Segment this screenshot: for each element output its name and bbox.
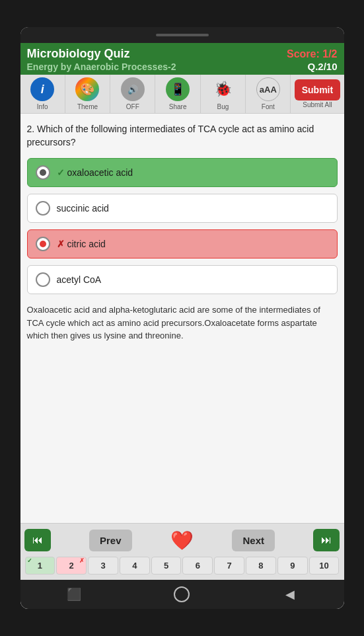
next-button[interactable]: Next <box>232 530 275 551</box>
q-num-3[interactable]: 3 <box>88 557 118 575</box>
app-title: Microbiology Quiz <box>27 47 130 61</box>
q-num-10[interactable]: 10 <box>309 557 340 575</box>
q-num-6[interactable]: 6 <box>182 557 213 575</box>
option-1-text: oxaloacetic acid <box>67 167 133 178</box>
phone-frame: Microbiology Quiz Score: 1/2 Energy by A… <box>20 27 344 609</box>
info-label: Info <box>37 103 48 110</box>
share-toolbar-item[interactable]: 📱 Share <box>155 75 200 113</box>
bottom-navigation: ⏮ Prev ❤️ Next ⏭ ✓ 1 ✗ 2 3 4 5 6 7 <box>20 523 344 580</box>
option-3[interactable]: ✗ citric acid <box>27 229 338 258</box>
last-question-button[interactable]: ⏭ <box>313 529 340 551</box>
option-1[interactable]: ✓ oxaloacetic acid <box>27 158 338 187</box>
q-num-1[interactable]: ✓ 1 <box>25 557 55 575</box>
content-area: 2. Which of the following intermediates … <box>20 114 344 523</box>
option-2-text: succinic acid <box>57 203 109 214</box>
bug-label: Bug <box>217 103 229 110</box>
option-2[interactable]: succinic acid <box>27 194 338 223</box>
question-text: 2. Which of the following intermediates … <box>27 123 338 149</box>
off-icon: 🔊 <box>121 77 145 101</box>
radio-option-4 <box>36 272 50 287</box>
share-icon: 📱 <box>166 77 190 101</box>
q-num-9[interactable]: 9 <box>277 557 308 575</box>
q-num-2[interactable]: ✗ 2 <box>56 557 87 575</box>
font-icon: aAA <box>256 77 280 101</box>
share-label: Share <box>169 103 187 110</box>
submit-all-label: Submit All <box>303 101 332 108</box>
back-button[interactable]: ◀ <box>281 585 299 604</box>
bug-toolbar-item[interactable]: 🐞 Bug <box>201 75 246 113</box>
submit-toolbar-item[interactable]: Submit Submit All <box>291 75 344 113</box>
app-header: Microbiology Quiz Score: 1/2 Energy by A… <box>20 43 344 75</box>
radio-option-1 <box>36 165 50 180</box>
option-3-text: citric acid <box>67 239 106 249</box>
radio-selected <box>40 241 46 247</box>
favorite-button[interactable]: ❤️ <box>170 530 194 551</box>
off-toolbar-item[interactable]: 🔊 OFF <box>110 75 155 113</box>
toolbar: i Info 🎨 Theme 🔊 OFF 📱 Share 🐞 Bug aAA <box>20 75 344 114</box>
wrong-mark: ✗ <box>57 239 65 249</box>
q1-correct-mark: ✓ <box>27 557 32 564</box>
home-icon[interactable]: ⬛ <box>65 585 83 604</box>
font-label: Font <box>262 103 275 110</box>
submit-button[interactable]: Submit <box>295 79 340 100</box>
app-container: Microbiology Quiz Score: 1/2 Energy by A… <box>20 43 344 609</box>
q-num-7[interactable]: 7 <box>214 557 244 575</box>
bug-icon: 🐞 <box>211 77 235 101</box>
q-num-8[interactable]: 8 <box>246 557 276 575</box>
theme-icon: 🎨 <box>75 77 99 101</box>
theme-toolbar-item[interactable]: 🎨 Theme <box>65 75 110 113</box>
home-button[interactable] <box>172 585 191 604</box>
explanation-text: Oxaloacetic acid and alpha-ketoglutaric … <box>27 301 338 345</box>
question-number-bar: ✓ 1 ✗ 2 3 4 5 6 7 8 9 10 <box>24 557 340 575</box>
radio-option-3 <box>36 237 50 251</box>
status-bar-line <box>156 34 209 36</box>
q-num-5[interactable]: 5 <box>151 557 182 575</box>
status-bar <box>20 27 344 43</box>
radio-option-2 <box>36 201 50 216</box>
font-toolbar-item[interactable]: aAA Font <box>246 75 291 113</box>
device-navigation: ⬛ ◀ <box>20 580 344 609</box>
first-question-button[interactable]: ⏮ <box>24 529 51 551</box>
option-4-text: acetyl CoA <box>57 274 102 285</box>
q-num-4[interactable]: 4 <box>120 557 150 575</box>
info-icon: i <box>30 77 54 101</box>
correct-mark: ✓ <box>57 167 65 178</box>
circle-button[interactable] <box>174 586 190 602</box>
info-toolbar-item[interactable]: i Info <box>20 75 65 113</box>
q2-wrong-mark: ✗ <box>79 557 85 564</box>
off-label: OFF <box>126 103 139 110</box>
theme-label: Theme <box>77 103 98 110</box>
quiz-subtitle: Energy by Anaerobic Processes-2 <box>27 61 176 72</box>
prev-button[interactable]: Prev <box>89 530 132 551</box>
score-display: Score: 1/2 <box>287 48 337 60</box>
question-number: Q.2/10 <box>307 61 337 72</box>
option-4[interactable]: acetyl CoA <box>27 265 338 294</box>
